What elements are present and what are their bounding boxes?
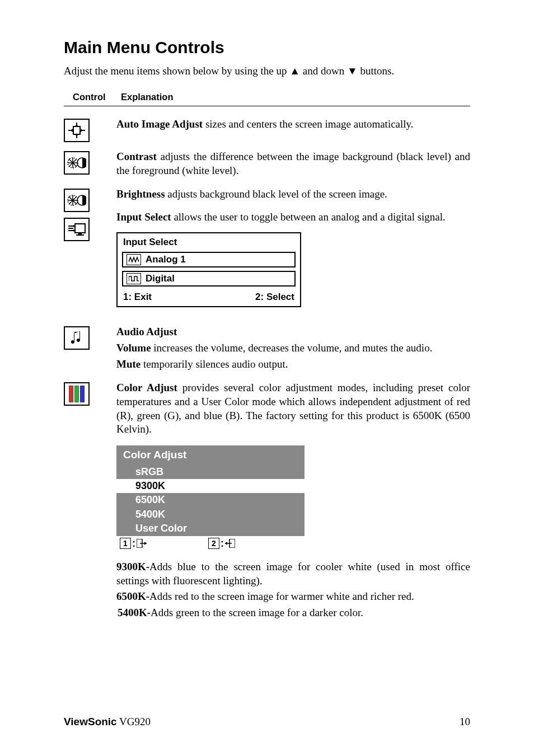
brightness-text: Brightness adjusts background black leve… xyxy=(116,187,470,201)
key-2-icon: 2 xyxy=(208,538,219,549)
note-6500: 6500K-Adds red to the screen image for w… xyxy=(116,590,470,604)
audio-mute-text: Mute temporarily silences audio output. xyxy=(116,358,470,372)
auto-adjust-label: Auto Image Adjust xyxy=(116,118,203,130)
header-explanation: Explanation xyxy=(121,92,174,102)
volume-label: Volume xyxy=(116,342,151,354)
color-adjust-icon xyxy=(64,382,90,406)
input-select-icon xyxy=(64,218,90,241)
auto-adjust-icon xyxy=(64,119,90,142)
auto-adjust-text: Auto Image Adjust sizes and centers the … xyxy=(116,118,470,132)
osd-color-srgb: sRGB xyxy=(116,465,305,479)
osd-color-adjust: Color Adjust sRGB 9300K 6500K 5400K User… xyxy=(116,445,305,551)
auto-adjust-body: sizes and centers the screen image autom… xyxy=(203,118,414,130)
brightness-icon xyxy=(64,189,90,212)
note-5400-body: Adds green to the screen image for a dar… xyxy=(151,607,363,618)
osd-row-digital: Digital xyxy=(122,271,296,287)
osd-digital-label: Digital xyxy=(146,273,175,285)
intro-post: buttons. xyxy=(358,65,394,77)
svg-rect-23 xyxy=(76,234,84,236)
key-1-icon: 1 xyxy=(120,538,131,549)
red-bar-icon xyxy=(69,386,73,402)
header-control: Control xyxy=(73,92,121,102)
input-select-text: Input Select allows the user to toggle b… xyxy=(116,210,470,224)
contrast-text: Contrast adjusts the difference between … xyxy=(116,150,470,177)
note-9300: 9300K-Adds blue to the screen image for … xyxy=(116,560,470,588)
color-adjust-text: Color Adjust provides several color adju… xyxy=(116,381,470,436)
osd-color-title: Color Adjust xyxy=(116,445,305,465)
footer-page: 10 xyxy=(460,716,470,728)
exit-arrow-icon xyxy=(137,539,147,548)
svg-marker-7 xyxy=(71,129,73,132)
svg-rect-0 xyxy=(73,126,80,134)
green-bar-icon xyxy=(74,386,79,402)
mute-label: Mute xyxy=(116,358,140,370)
osd-row-analog: Analog 1 xyxy=(122,252,296,267)
note-6500-label: 6500K- xyxy=(116,590,149,602)
up-arrow-icon: ▲ xyxy=(289,65,300,77)
svg-rect-21 xyxy=(75,224,85,233)
note-6500-body: Adds red to the screen image for warmer … xyxy=(149,590,414,602)
colon-1: : xyxy=(132,537,135,550)
input-select-label: Input Select xyxy=(116,211,171,223)
blue-bar-icon xyxy=(80,386,85,402)
intro-text: Adjust the menu items shown below by usi… xyxy=(64,65,470,77)
note-5400-label: 5400K- xyxy=(118,607,151,618)
svg-marker-34 xyxy=(225,542,227,545)
audio-adjust-icon xyxy=(64,326,90,350)
contrast-body: adjusts the difference between the image… xyxy=(116,151,470,176)
input-select-body: allows the user to toggle between an ana… xyxy=(171,211,446,223)
brightness-label: Brightness xyxy=(116,188,165,200)
note-9300-body: Adds blue to the screen image for cooler… xyxy=(116,561,470,586)
analog-icon xyxy=(127,254,141,265)
osd-color-footer: 1 : 2 : xyxy=(116,536,305,551)
page-footer: ViewSonic VG920 10 xyxy=(64,716,470,728)
svg-marker-6 xyxy=(75,134,78,137)
osd-input-title: Input Select xyxy=(118,233,300,252)
audio-adjust-heading: Audio Adjust xyxy=(116,325,470,339)
volume-body: increases the volume, decreases the volu… xyxy=(151,342,433,354)
contrast-icon xyxy=(64,151,90,175)
contrast-label: Contrast xyxy=(116,151,157,162)
osd-input-select: Input Select Analog 1 Digital 1: Exit 2:… xyxy=(116,232,301,307)
svg-marker-5 xyxy=(75,124,78,126)
osd-select: 2: Select xyxy=(255,291,294,303)
audio-volume-text: Volume increases the volume, decreases t… xyxy=(116,341,470,355)
note-9300-label: 9300K- xyxy=(116,561,149,572)
footer-left: ViewSonic VG920 xyxy=(64,716,151,728)
note-5400: 5400K-Adds green to the screen image for… xyxy=(118,606,470,620)
osd-exit: 1: Exit xyxy=(123,291,152,303)
digital-icon xyxy=(127,273,141,284)
brightness-body: adjusts background black level of the sc… xyxy=(165,188,387,200)
osd-color-9300: 9300K xyxy=(116,479,305,493)
osd-color-6500: 6500K xyxy=(116,493,305,507)
footer-brand: ViewSonic xyxy=(64,716,117,727)
intro-pre: Adjust the menu items shown below by usi… xyxy=(64,65,289,77)
svg-marker-8 xyxy=(81,129,83,132)
down-arrow-icon: ▼ xyxy=(347,65,358,77)
osd-color-5400: 5400K xyxy=(116,508,305,522)
footer-model: VG920 xyxy=(117,716,151,727)
colon-2: : xyxy=(221,537,224,550)
audio-adjust-label: Audio Adjust xyxy=(116,326,177,337)
enter-arrow-icon xyxy=(225,539,235,548)
svg-rect-22 xyxy=(78,233,82,234)
osd-analog-label: Analog 1 xyxy=(146,253,186,266)
intro-and: and down xyxy=(300,65,347,77)
column-headers: Control Explanation xyxy=(64,92,470,106)
osd-color-user: User Color xyxy=(116,522,305,536)
mute-body: temporarily silences audio output. xyxy=(140,358,288,370)
color-adjust-label: Color Adjust xyxy=(116,382,177,393)
svg-marker-31 xyxy=(144,542,147,545)
page-title: Main Menu Controls xyxy=(64,38,470,57)
